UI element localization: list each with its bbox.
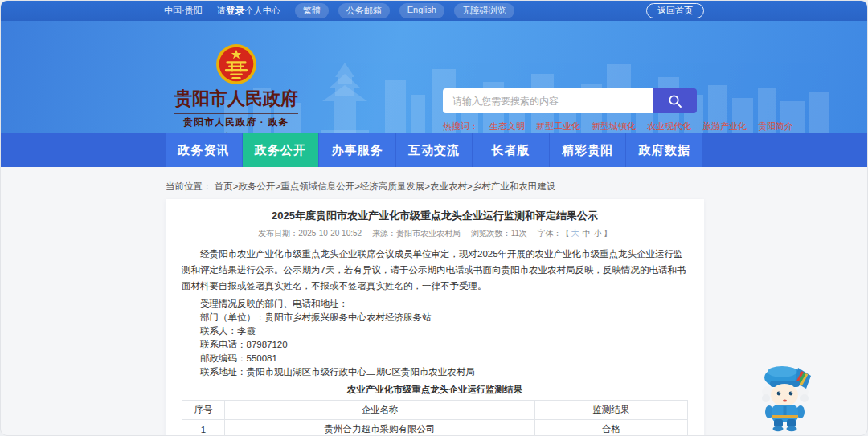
breadcrumb-label: 当前位置： [166,181,212,191]
body-paragraph: 联系人：李霞 [182,324,688,338]
browser-page: 中国·贵阳 请登录个人中心 繁體公务邮箱English无障碍浏览 返回首页 [1,1,867,435]
font-size-option[interactable]: 中 [583,229,591,238]
mascot-assistant-icon[interactable] [758,361,814,432]
topbar-quick-link[interactable]: 公务邮箱 [338,3,390,18]
meta-label-views: 浏览次数： [471,229,511,238]
table-cell: 贵州合力超市采购有限公司 [225,420,535,436]
hot-search-term[interactable]: 农业现代化 [647,120,691,132]
article-card: 2025年度贵阳市农业产业化市级重点龙头企业运行监测和评定结果公示 发布日期：2… [166,199,704,435]
article-source: 贵阳市农业农村局 [396,229,461,238]
back-home-button[interactable]: 返回首页 [646,3,704,18]
login-bold: 登录 [226,5,245,16]
article-body: 经贵阳市农业产业化市级重点龙头企业联席会议成员单位审定，现对2025年开展的农业… [182,246,688,379]
search-box [443,88,697,113]
table-header-row: 序号企业名称监测结果 [182,401,688,420]
body-paragraph: 部门（单位）：贵阳市乡村振兴服务中心农村经济服务站 [182,311,688,324]
view-count: 11次 [511,229,527,238]
hot-search-label: 热搜词： [443,120,478,132]
main-nav: 政务资讯政务公开办事服务互动交流长者版精彩贵阳政府数据 [1,133,867,167]
font-size-option[interactable]: 大 [571,229,579,238]
login-prefix: 请 [217,6,226,15]
national-emblem-icon [215,43,257,85]
topbar-left-links: 中国·贵阳 请登录个人中心 繁體公务邮箱English无障碍浏览 [164,3,514,18]
hot-search-term[interactable]: 新型城镇化 [592,120,636,132]
body-paragraph: 经贵阳市农业产业化市级重点龙头企业联席会议成员单位审定，现对2025年开展的农业… [182,246,688,294]
article-title: 2025年度贵阳市农业产业化市级重点龙头企业运行监测和评定结果公示 [182,209,688,223]
site-name: 贵阳市人民政府 [174,87,298,111]
search-input[interactable] [443,88,653,113]
topbar-quick-link[interactable]: 繁體 [295,3,329,18]
table-cell: 1 [182,420,225,436]
body-paragraph: 联系地址：贵阳市观山湖区市级行政中心二期C区贵阳市农业农村局 [182,365,688,379]
table-header-cell: 企业名称 [225,401,535,420]
table-caption: 农业产业化市级重点龙头企业运行监测结果 [182,384,688,396]
font-size-option[interactable]: 小 [594,229,602,238]
meta-label-publish: 发布日期： [258,229,298,238]
nav-item-7[interactable]: 政府数据 [626,133,702,167]
hot-search: 热搜词： 生态文明新型工业化新型城镇化农业现代化旅游产业化贵阳简介 [443,120,697,132]
topbar-link-region[interactable]: 中国·贵阳 [164,5,203,17]
search-icon [667,93,683,109]
nav-item-6[interactable]: 精彩贵阳 [550,133,626,167]
topbar-quick-link[interactable]: English [399,3,444,18]
hot-search-term[interactable]: 生态文明 [489,120,525,132]
topbar: 中国·贵阳 请登录个人中心 繁體公务邮箱English无障碍浏览 返回首页 [1,1,867,21]
font-size-switcher: 大中小 [570,229,604,238]
topbar-quick-links: 繁體公务邮箱English无障碍浏览 [295,3,514,18]
nav-item-2[interactable]: 政务公开 [243,133,319,167]
site-logo[interactable]: 贵阳市人民政府 贵阳市人民政府 · 政务 www.guiyang.gov.cn [171,43,301,133]
article-meta: 发布日期：2025-10-20 10:52 来源：贵阳市农业农村局 浏览次数：1… [182,228,688,239]
table-header-cell: 序号 [182,401,225,420]
content-area: 当前位置： 首页>政务公开>重点领域信息公开>经济高质量发展>农业农村>乡村产业… [1,167,867,435]
search-area: 热搜词： 生态文明新型工业化新型城镇化农业现代化旅游产业化贵阳简介 [443,88,697,132]
body-paragraph: 联系电话：87987120 [182,338,688,352]
table-header-cell: 监测结果 [535,401,688,420]
nav-item-3[interactable]: 办事服务 [319,133,395,167]
table-cell: 合格 [535,420,688,436]
meta-label-font: 字体：【 [538,229,570,238]
table-row: 1贵州合力超市采购有限公司合格 [182,420,688,436]
meta-font-suffix: 】 [604,229,612,238]
logo-divider [174,113,298,114]
site-url: www.guiyang.gov.cn [189,130,284,133]
topbar-login-link[interactable]: 请登录个人中心 [217,4,280,18]
body-paragraph: 邮政编码：550081 [182,352,688,365]
body-paragraph: 受理情况反映的部门、电话和地址： [182,297,688,311]
site-header-banner: 贵阳市人民政府 贵阳市人民政府 · 政务 www.guiyang.gov.cn … [1,21,867,133]
login-suffix: 个人中心 [245,6,280,15]
meta-label-source: 来源： [372,229,396,238]
nav-item-1[interactable]: 政务资讯 [166,133,242,167]
hot-search-term[interactable]: 贵阳简介 [758,120,793,132]
breadcrumb-path[interactable]: 首页>政务公开>重点领域信息公开>经济高质量发展>农业农村>乡村产业和农田建设 [215,181,556,191]
breadcrumb: 当前位置： 首页>政务公开>重点领域信息公开>经济高质量发展>农业农村>乡村产业… [166,181,867,193]
hot-search-term[interactable]: 新型工业化 [536,120,580,132]
nav-item-5[interactable]: 长者版 [473,133,549,167]
publish-date: 2025-10-20 10:52 [298,229,362,238]
search-button[interactable] [653,88,697,113]
nav-item-4[interactable]: 互动交流 [396,133,473,167]
hot-search-term[interactable]: 旅游产业化 [702,120,747,132]
monitoring-results-table: 序号企业名称监测结果 1贵州合力超市采购有限公司合格2贵州友禾种业有限公司合格3… [182,400,688,435]
topbar-quick-link[interactable]: 无障碍浏览 [454,3,514,18]
site-subtitle: 贵阳市人民政府 · 政务 [183,116,289,128]
